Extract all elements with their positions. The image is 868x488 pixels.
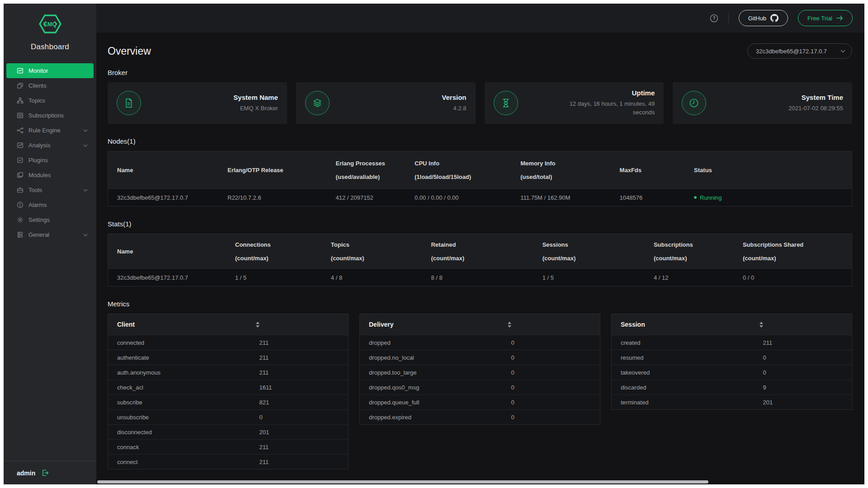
settings-icon bbox=[17, 216, 24, 223]
column-header: Connections bbox=[235, 241, 317, 248]
metrics-tables: Client connected211 authenticate211 auth… bbox=[108, 314, 852, 469]
sidebar: EMQ Dashboard Monitor Clients bbox=[4, 4, 96, 484]
metrics-table-delivery: Delivery dropped0 dropped.no_local0 drop… bbox=[359, 314, 600, 425]
nodes-section-title: Nodes(1) bbox=[108, 137, 852, 145]
card-value: 4.2.8 bbox=[442, 104, 466, 113]
sidebar-item-subscriptions[interactable]: Subscriptions bbox=[4, 108, 96, 123]
sidebar-item-clients[interactable]: Clients bbox=[4, 78, 96, 93]
table-row: dropped0 bbox=[360, 335, 600, 350]
page-title: Overview bbox=[108, 45, 151, 57]
subscriptions-icon bbox=[17, 112, 24, 119]
topbar-divider bbox=[728, 13, 729, 23]
sidebar-item-monitor[interactable]: Monitor bbox=[6, 63, 94, 78]
column-header: Topics bbox=[331, 241, 418, 248]
node-name-cell: 32c3dbefbe65@172.17.0.7 bbox=[108, 189, 218, 206]
column-header: CPU Info bbox=[415, 160, 507, 167]
sidebar-item-settings[interactable]: Settings bbox=[4, 212, 96, 227]
sidebar-item-general[interactable]: General bbox=[4, 227, 96, 242]
table-row: check_acl1611 bbox=[108, 380, 348, 394]
column-header: Subscriptions Shared bbox=[743, 241, 847, 248]
sidebar-item-topics[interactable]: Topics bbox=[4, 93, 96, 108]
column-header: Retained bbox=[431, 241, 528, 248]
table-row: auth.anonymous211 bbox=[108, 365, 348, 380]
free-trial-button[interactable]: Free Trial bbox=[798, 10, 853, 26]
chevron-down-icon bbox=[83, 144, 88, 147]
layers-icon bbox=[305, 91, 330, 115]
table-row: subscribe821 bbox=[108, 394, 348, 409]
sidebar-item-label: Alarms bbox=[28, 202, 47, 208]
table-row: dropped.too_large0 bbox=[360, 365, 600, 380]
table-row: connack211 bbox=[108, 439, 348, 454]
overview-page: Overview 32c3dbefbe65@172.17.0.7 Broker … bbox=[96, 33, 864, 484]
card-value: 12 days, 16 hours, 1 minutes, 49 seconds bbox=[557, 100, 655, 117]
stats-table: Name Connections(count/max) Topics(count… bbox=[108, 234, 852, 286]
chevron-down-icon bbox=[83, 234, 88, 236]
column-header: Name bbox=[117, 167, 214, 174]
sort-caret-icon[interactable] bbox=[256, 322, 260, 328]
sidebar-item-analysis[interactable]: Analysis bbox=[4, 138, 96, 153]
stats-name-cell: 32c3dbefbe65@172.17.0.7 bbox=[108, 269, 226, 286]
column-header: Sessions bbox=[542, 241, 640, 248]
card-label: Uptime bbox=[557, 89, 655, 97]
table-row: 32c3dbefbe65@172.17.0.7 R22/10.7.2.6 412… bbox=[108, 188, 852, 206]
sidebar-item-label: Topics bbox=[28, 97, 45, 104]
node-selector[interactable]: 32c3dbefbe65@172.17.0.7 bbox=[747, 43, 852, 59]
tools-icon bbox=[17, 187, 24, 193]
sidebar-item-label: General bbox=[28, 231, 49, 238]
topbar: ? GitHub Free Trial bbox=[96, 4, 864, 33]
horizontal-scrollbar[interactable] bbox=[97, 480, 708, 483]
column-header: Name bbox=[117, 248, 222, 255]
table-row: resumed0 bbox=[612, 350, 852, 365]
broker-card-version: Version 4.2.8 bbox=[296, 82, 476, 124]
table-row: disconnected201 bbox=[108, 424, 348, 439]
logout-icon[interactable] bbox=[42, 469, 49, 476]
github-button-label: GitHub bbox=[748, 15, 766, 22]
metrics-table-client-header[interactable]: Client bbox=[108, 314, 348, 335]
sort-caret-icon[interactable] bbox=[508, 322, 512, 328]
metrics-table-delivery-header[interactable]: Delivery bbox=[360, 314, 600, 335]
sidebar-item-label: Modules bbox=[28, 172, 51, 178]
node-selector-value: 32c3dbefbe65@172.17.0.7 bbox=[756, 48, 827, 55]
broker-cards: System Name EMQ X Broker Version 4.2.8 bbox=[108, 82, 852, 124]
rule-engine-icon bbox=[17, 127, 24, 134]
column-header: Status bbox=[694, 167, 847, 174]
chevron-down-icon bbox=[840, 50, 845, 53]
table-row: dropped.no_local0 bbox=[360, 350, 600, 365]
sidebar-item-label: Subscriptions bbox=[28, 112, 64, 119]
app-title: Dashboard bbox=[4, 42, 96, 52]
stats-retained-cell: 8 / 8 bbox=[422, 269, 533, 286]
table-row: connect211 bbox=[108, 454, 348, 469]
svg-text:?: ? bbox=[712, 16, 715, 21]
broker-card-uptime: Uptime 12 days, 16 hours, 1 minutes, 49 … bbox=[485, 82, 664, 124]
sort-caret-icon[interactable] bbox=[760, 322, 764, 328]
clock-icon bbox=[682, 91, 706, 115]
emqx-dashboard: EMQ Dashboard Monitor Clients bbox=[4, 4, 864, 484]
broker-card-system-time: System Time 2021-07-02 08:29:55 bbox=[673, 82, 852, 124]
arrow-right-icon bbox=[836, 15, 843, 21]
sidebar-item-label: Plugins bbox=[28, 157, 48, 164]
metrics-table-session-header[interactable]: Session bbox=[612, 314, 852, 335]
card-value: 2021-07-02 08:29:55 bbox=[788, 104, 843, 113]
sidebar-item-alarms[interactable]: Alarms bbox=[4, 197, 96, 212]
github-button[interactable]: GitHub bbox=[739, 10, 788, 26]
sidebar-item-tools[interactable]: Tools bbox=[4, 183, 96, 197]
github-icon bbox=[770, 14, 778, 22]
sidebar-item-modules[interactable]: Modules bbox=[4, 168, 96, 183]
card-label: System Time bbox=[788, 94, 843, 101]
svg-text:EMQ: EMQ bbox=[43, 21, 57, 28]
sidebar-item-plugins[interactable]: Plugins bbox=[4, 153, 96, 168]
nodes-table-header: Name Erlang/OTP Release Erlang Processes… bbox=[108, 151, 852, 188]
stats-section-title: Stats(1) bbox=[108, 220, 852, 228]
stats-subscriptions-shared-cell: 0 / 0 bbox=[734, 269, 852, 286]
table-row: dropped.queue_full0 bbox=[360, 394, 600, 409]
table-row: dropped.expired0 bbox=[360, 409, 600, 424]
general-icon bbox=[17, 231, 24, 238]
sidebar-item-label: Rule Engine bbox=[28, 127, 61, 134]
sidebar-item-rule-engine[interactable]: Rule Engine bbox=[4, 123, 96, 138]
sidebar-item-label: Settings bbox=[28, 216, 50, 223]
document-icon bbox=[117, 91, 141, 115]
column-header: Erlang/OTP Release bbox=[227, 167, 322, 174]
chevron-down-icon bbox=[83, 129, 88, 132]
help-icon[interactable]: ? bbox=[710, 14, 718, 23]
table-row: created211 bbox=[612, 335, 852, 350]
